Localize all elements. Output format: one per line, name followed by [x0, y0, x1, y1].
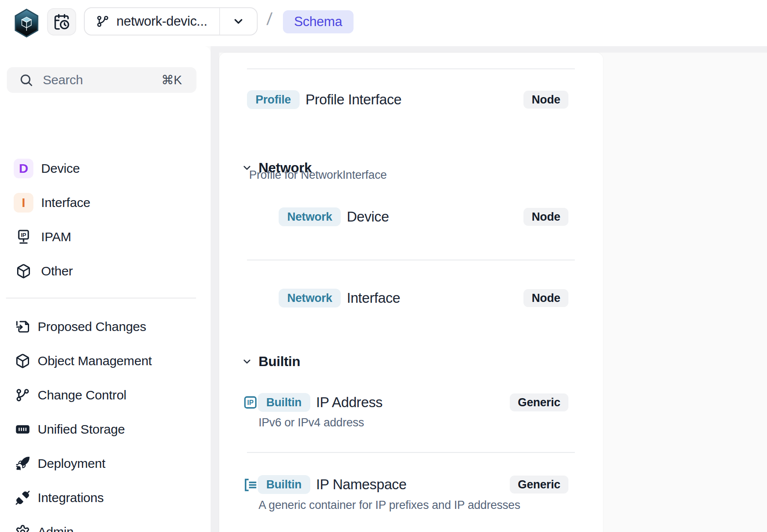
type-badge: Generic — [510, 476, 568, 494]
type-badge: Generic — [510, 393, 568, 411]
sidebar-item-ipam[interactable]: IP IPAM — [0, 223, 211, 251]
sidebar-item-object-management[interactable]: Object Management — [0, 347, 211, 375]
sidebar: Search ⌘K D Device I Interface IP IPAM — [0, 46, 211, 532]
type-badge: Node — [523, 208, 568, 226]
chevron-down-icon — [232, 15, 245, 28]
page-background-gutter — [211, 46, 219, 532]
schema-list-panel: Profile Profile Interface Node Profile f… — [219, 53, 603, 532]
interface-initial-icon: I — [14, 193, 33, 213]
schema-row-interface[interactable]: Network Interface Node — [219, 285, 603, 311]
row-divider — [247, 68, 575, 69]
row-divider — [247, 452, 575, 453]
chevron-down-icon — [241, 162, 253, 173]
app-window: network-devic... / Schema Search — [0, 0, 767, 532]
sidebar-item-admin[interactable]: Admin — [0, 518, 211, 532]
schema-row-ip-namespace[interactable]: Builtin IP Namespace Generic — [219, 472, 603, 497]
plug-icon — [15, 490, 31, 505]
type-badge: Node — [523, 91, 568, 109]
branch-name: network-devic... — [116, 14, 207, 29]
top-bar: network-devic... / Schema — [0, 0, 767, 46]
sidebar-item-other[interactable]: Other — [0, 257, 211, 285]
schema-row-profile-interface[interactable]: Profile Profile Interface Node — [219, 87, 603, 112]
sidebar-item-unified-storage[interactable]: Unified Storage — [0, 416, 211, 443]
branch-selector-value[interactable]: network-devic... — [85, 8, 219, 35]
schema-row-device[interactable]: Network Device Node — [219, 204, 603, 230]
sidebar-item-integrations[interactable]: Integrations — [0, 484, 211, 511]
sidebar-item-proposed-changes[interactable]: Proposed Changes — [0, 313, 211, 340]
gear-icon — [15, 524, 31, 532]
schema-row-description: IPv6 or IPv4 address — [259, 416, 364, 429]
namespace-badge: Builtin — [258, 393, 310, 412]
sidebar-item-change-control[interactable]: Change Control — [0, 381, 211, 409]
search-input[interactable]: Search ⌘K — [7, 67, 196, 93]
namespace-badge: Builtin — [258, 475, 310, 494]
time-travel-button[interactable] — [47, 8, 76, 35]
namespace-badge: Network — [279, 207, 341, 226]
breadcrumb-separator: / — [266, 9, 273, 29]
namespace-badge: Network — [279, 289, 341, 307]
branch-dropdown-toggle[interactable] — [219, 8, 257, 35]
rocket-icon — [15, 456, 31, 471]
sidebar-item-interface[interactable]: I Interface — [0, 189, 211, 216]
chevron-down-icon — [241, 356, 253, 367]
sidebar-divider — [6, 298, 196, 299]
box-icon — [15, 353, 31, 369]
sidebar-item-device[interactable]: D Device — [0, 155, 211, 182]
right-empty-panel — [603, 53, 767, 532]
schema-row-description: A generic container for IP prefixes and … — [259, 499, 520, 512]
git-branch-icon — [96, 15, 110, 28]
device-initial-icon: D — [14, 159, 33, 178]
breadcrumb-schema[interactable]: Schema — [283, 10, 354, 33]
branch-selector[interactable]: network-devic... — [84, 7, 258, 35]
search-icon — [19, 73, 33, 87]
search-shortcut: ⌘K — [161, 73, 182, 87]
namespace-badge: Profile — [247, 90, 300, 109]
row-divider — [247, 260, 575, 260]
cube-icon — [14, 263, 33, 279]
proposed-changes-icon — [15, 319, 31, 334]
sidebar-item-deployment[interactable]: Deployment — [0, 450, 211, 477]
page-background-strip — [219, 46, 767, 53]
svg-text:IP: IP — [21, 232, 27, 238]
type-badge: Node — [523, 289, 568, 307]
schema-row-ip-address[interactable]: Builtin IP Address Generic — [219, 390, 603, 415]
calendar-clock-icon — [53, 13, 70, 30]
section-header-network[interactable]: Network — [241, 160, 312, 176]
search-placeholder: Search — [43, 73, 161, 87]
ipam-icon: IP — [14, 229, 33, 245]
section-header-builtin[interactable]: Builtin — [241, 354, 300, 369]
storage-icon — [15, 422, 31, 437]
infrahub-logo-icon[interactable] — [14, 9, 39, 38]
git-branch-icon — [15, 387, 31, 403]
